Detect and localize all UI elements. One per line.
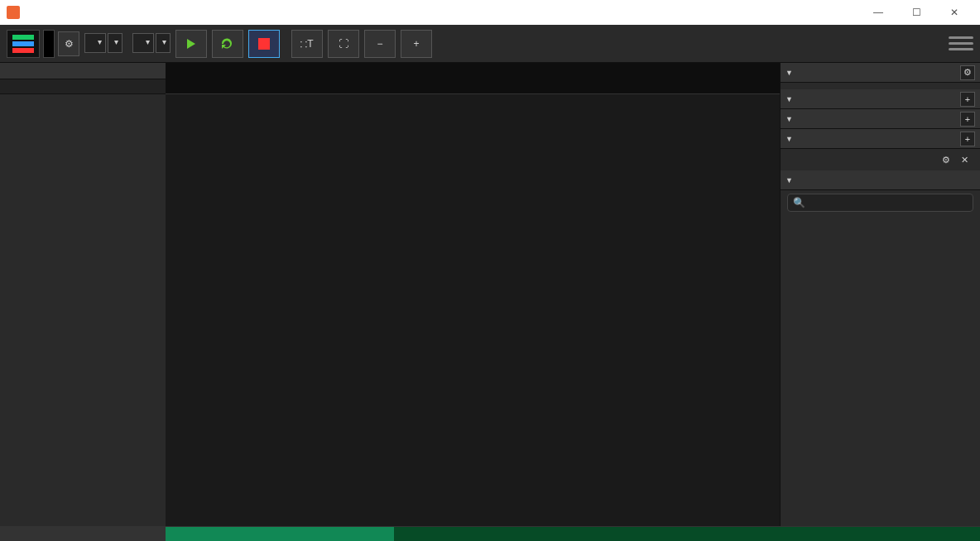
cursor-tool-button[interactable]: ⸬T <box>291 30 323 58</box>
menu-button[interactable] <box>949 31 973 56</box>
time-add-button[interactable]: + <box>960 112 975 127</box>
overview-bar[interactable] <box>166 527 980 541</box>
close-button[interactable]: ✕ <box>935 0 973 25</box>
decoder-item-spi[interactable]: ⚙✕ <box>781 149 980 170</box>
decoder-gear-icon[interactable]: ⚙ <box>939 152 954 167</box>
sample-group <box>84 33 171 55</box>
pulse-header[interactable]: ▼+ <box>781 89 980 109</box>
decoder-remove-icon[interactable]: ✕ <box>957 152 972 167</box>
cmos-row[interactable] <box>0 79 166 94</box>
app-icon <box>7 6 20 19</box>
results-header[interactable]: ▼ <box>781 170 980 190</box>
decoder-add-button[interactable]: + <box>960 132 975 146</box>
measure-header[interactable]: ▼⚙ <box>781 63 980 83</box>
sample-size-dropdown[interactable] <box>108 33 122 53</box>
window-titlebar: — ☐ ✕ <box>0 0 980 25</box>
search-input[interactable] <box>805 198 968 208</box>
main-area: ▼⚙ ▼+ ▼+ ▼+ ⚙✕ ▼ 🔍 <box>0 63 980 526</box>
loop-button[interactable] <box>212 30 243 58</box>
zoom-out-button[interactable]: − <box>364 30 396 58</box>
zoom-fit-button[interactable]: ⛶ <box>328 30 359 58</box>
zoom-in-button[interactable]: + <box>401 30 432 58</box>
measure-gear-icon[interactable]: ⚙ <box>960 65 975 80</box>
right-sidebar: ▼⚙ ▼+ ▼+ ▼+ ⚙✕ ▼ 🔍 <box>780 63 980 526</box>
pulse-add-button[interactable]: + <box>960 92 975 107</box>
results-search[interactable]: 🔍 <box>787 194 973 212</box>
maximize-button[interactable]: ☐ <box>897 0 935 25</box>
time-header[interactable]: ▼+ <box>781 109 980 129</box>
stop-button[interactable] <box>248 30 280 58</box>
sample-size-select[interactable] <box>84 33 106 53</box>
search-icon: 🔍 <box>793 197 805 208</box>
logo-icon <box>7 30 40 58</box>
time-ruler[interactable] <box>166 63 780 94</box>
footer <box>0 526 980 541</box>
device-settings-button[interactable]: ⚙ <box>58 31 79 56</box>
channel-sidebar <box>0 63 166 526</box>
results-list[interactable] <box>781 215 980 526</box>
sample-rate-dropdown[interactable] <box>156 33 171 53</box>
toolbar: ⚙ ⸬T ⛶ − + <box>0 25 980 63</box>
waveform-view[interactable] <box>166 63 780 526</box>
playback-label <box>0 527 166 541</box>
decoder-header[interactable]: ▼+ <box>781 129 980 149</box>
io-standard-header[interactable] <box>0 63 166 79</box>
measure-body <box>781 83 980 89</box>
minimize-button[interactable]: — <box>859 0 897 25</box>
sample-rate-select[interactable] <box>132 33 154 53</box>
device-box[interactable] <box>43 30 55 58</box>
run-button[interactable] <box>175 30 207 58</box>
